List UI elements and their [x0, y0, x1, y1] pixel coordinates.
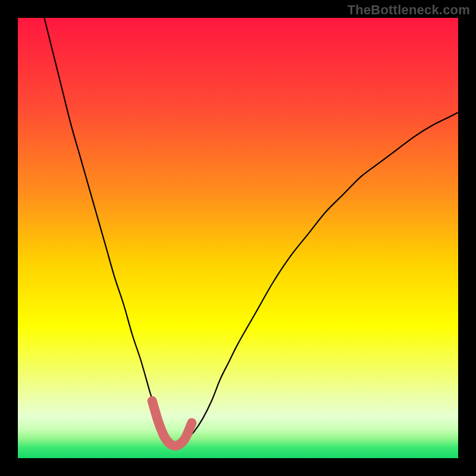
chart-frame: TheBottleneck.com — [0, 0, 476, 476]
plot-area — [18, 18, 458, 458]
marker-dot-start — [148, 397, 156, 405]
watermark-text: TheBottleneck.com — [347, 2, 470, 18]
gradient-background — [18, 18, 458, 458]
marker-dot-end — [187, 419, 196, 427]
plot-svg — [18, 18, 458, 458]
